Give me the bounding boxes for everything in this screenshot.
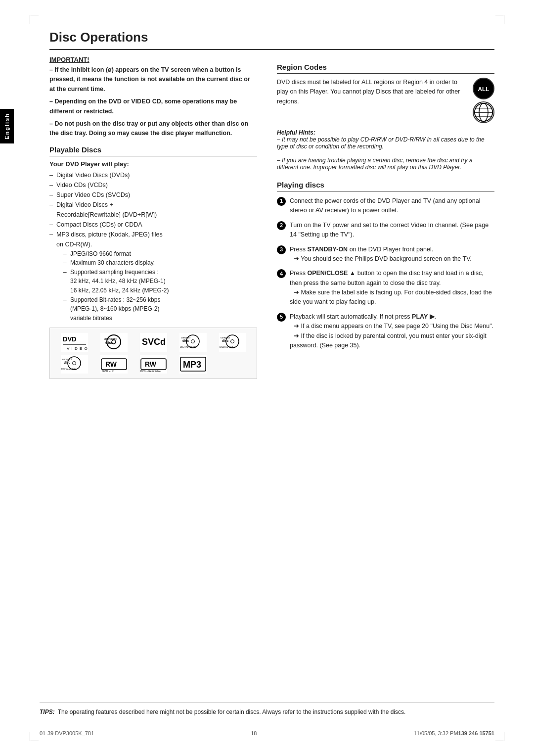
step-5: 5 Playback will start automatically. If … [277,312,494,351]
list-item: Digital Video Discs +Recordable[Rewritab… [49,200,257,220]
disc-list: Digital Video Discs (DVDs) Video CDs (VC… [49,170,257,323]
region-codes-content: ALL DVD discs must be labeled for A [277,78,494,171]
step-1-content: Connect the power cords of the DVD Playe… [290,196,494,216]
tips-footer: TIPS:The operating features described he… [40,702,494,716]
compact-disc-logo: compact disc [100,333,128,352]
region-icons: ALL [473,78,494,123]
region-all-icon: ALL [473,78,494,99]
list-item: Super Video CDs (SVCDs) [49,190,257,200]
step-2-content: Turn on the TV power and set to the corr… [290,221,494,240]
footer-center: 18 [251,730,257,736]
footer-left: 01-39 DVP3005K_781 [40,730,94,736]
page-title: Disc Operations [49,30,494,50]
svg-text:DIGITAL AUDIO: DIGITAL AUDIO [180,346,196,348]
svg-text:disc: disc [105,340,114,345]
list-item: Supported sampling frequencies :32 kHz, … [63,268,257,295]
svg-text:DVD + R: DVD + R [102,370,114,373]
svg-text:RW: RW [105,360,117,368]
list-item: Supported Bit-rates : 32~256 kbps(MPEG-1… [63,295,257,323]
important-label: IMPORTANT! [49,56,257,63]
svg-text:V I D E O: V I D E O [67,346,88,351]
hint-2: – If you are having trouble playing a ce… [277,157,473,171]
svg-text:DIGITAL AUDIO: DIGITAL AUDIO [61,368,76,370]
dvd-plus-rw-logo: RW DVD + ReWritable [140,355,167,374]
step-2-num: 2 [277,221,286,230]
svg-text:SVCd: SVCd [142,337,166,347]
helpful-hints-title: Helpful Hints: [277,129,315,136]
main-content: IMPORTANT! – If the inhibit icon (ø) app… [49,56,494,379]
step-4-content: Press OPEN/CLOSE ▲ button to open the di… [290,269,494,307]
list-item: Maximum 30 characters display. [63,258,257,268]
important-bullet-2: – Depending on the DVD or VIDEO CD, some… [49,97,257,116]
dvd-video-logo: DVD V I D E O [61,333,88,352]
step-4-note: ➜ Make sure the label side is facing up.… [290,289,492,305]
important-bullet-1: – If the inhibit icon (ø) appears on the… [49,65,257,94]
mp3-sub-list: JPEG/ISO 9660 format Maximum 30 characte… [63,249,257,323]
svg-text:disc: disc [222,339,228,342]
playing-discs-content: 1 Connect the power cords of the DVD Pla… [277,196,494,350]
page-footer: 01-39 DVP3005K_781 18 11/05/05, 3:32 PM1… [40,730,494,736]
list-item: Digital Video Discs (DVDs) [49,170,257,180]
important-bullet-3: – Do not push on the disc tray or put an… [49,119,257,139]
region-codes-header: Region Codes [277,63,494,74]
footer-extra: 139 246 15751 [458,730,494,736]
left-column: IMPORTANT! – If the inhibit icon (ø) app… [49,56,257,379]
mp3-logo: MP3 [179,355,207,374]
list-item: Video CDs (VCDs) [49,180,257,190]
tips-label: TIPS: [40,709,55,715]
step-3-note: ➜ You should see the Philips DVD backgro… [290,255,472,262]
hint-1: – It may not be possible to play CD-R/RW… [277,136,485,150]
region-codes-text: DVD discs must be labeled for ALL region… [277,78,494,106]
compact-disc-digital-audio-logo: compact disc DIGITAL AUDIO [179,333,207,352]
step-3: 3 Press STANDBY-ON on the DVD Player fro… [277,245,494,264]
dvd-player-subheader: Your DVD Player will play: [49,160,257,168]
tips-text: The operating features described here mi… [58,709,406,715]
svg-text:RW: RW [145,360,157,368]
helpful-hints: Helpful Hints: – It may not be possible … [277,129,494,171]
svg-text:ALL: ALL [478,86,490,93]
footer-right: 11/05/05, 3:32 PM139 246 15751 [414,730,494,736]
compact-disc-da2-logo: compact disc DIGITAL AUDIO [61,355,88,374]
step-3-content: Press STANDBY-ON on the DVD Player front… [290,245,494,264]
step-1: 1 Connect the power cords of the DVD Pla… [277,196,494,216]
playing-discs-header: Playing discs [277,181,494,191]
list-item: Compact Discs (CDs) or CDDA [49,220,257,230]
region-globe-icon [473,101,494,123]
compact-disc-digital-video-logo: compact disc DIGITAL VIDEO [219,333,246,352]
svg-text:DVD + ReWritable: DVD + ReWritable [140,370,161,373]
playable-discs-header: Playable Discs [49,145,257,156]
svg-text:MP3: MP3 [183,360,201,370]
step-5-num: 5 [277,313,286,322]
svg-text:DVD: DVD [63,335,76,343]
svcd-logo: SVCd [140,333,167,352]
step-4-num: 4 [277,269,286,278]
list-item: MP3 discs, picture (Kodak, JPEG) fileson… [49,230,257,323]
step-1-num: 1 [277,197,286,206]
svg-text:disc: disc [64,361,70,364]
svg-rect-2 [63,344,86,345]
step-5-note-2: ➜ If the disc is locked by parental cont… [290,332,487,349]
important-section: IMPORTANT! – If the inhibit icon (ø) app… [49,56,257,139]
step-5-content: Playback will start automatically. If no… [290,312,494,351]
step-3-num: 3 [277,245,286,254]
svg-text:DIGITAL VIDEO: DIGITAL VIDEO [220,346,236,348]
step-2: 2 Turn on the TV power and set to the co… [277,221,494,240]
list-item: JPEG/ISO 9660 format [63,249,257,259]
svg-text:disc: disc [182,339,189,342]
dvd-rw-logo: RW DVD + R [100,355,128,374]
right-column: Region Codes ALL [277,56,494,379]
step-4: 4 Press OPEN/CLOSE ▲ button to open the … [277,269,494,307]
disc-logos-grid: DVD V I D E O compact disc [49,328,257,379]
step-5-note-1: ➜ If a disc menu appears on the TV, see … [290,323,493,330]
